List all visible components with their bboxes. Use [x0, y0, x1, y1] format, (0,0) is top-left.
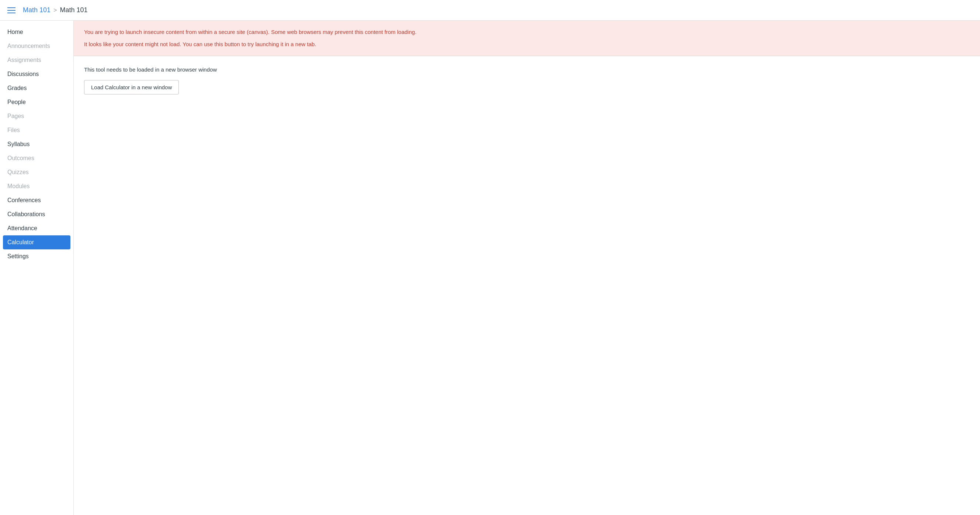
sidebar-item-outcomes: Outcomes: [0, 151, 73, 165]
sidebar-item-grades[interactable]: Grades: [0, 81, 73, 95]
alert-banner: You are trying to launch insecure conten…: [74, 21, 980, 56]
sidebar-item-calculator[interactable]: Calculator: [3, 235, 70, 249]
hamburger-menu[interactable]: [7, 7, 16, 13]
alert-line1: You are trying to launch insecure conten…: [84, 28, 970, 37]
sidebar: Home Announcements Assignments Discussio…: [0, 21, 74, 515]
sidebar-item-modules: Modules: [0, 179, 73, 193]
sidebar-item-syllabus[interactable]: Syllabus: [0, 137, 73, 151]
sidebar-item-collaborations[interactable]: Collaborations: [0, 207, 73, 222]
app-header: Math 101 > Math 101: [0, 0, 980, 21]
sidebar-item-announcements: Announcements: [0, 39, 73, 53]
sidebar-item-quizzes: Quizzes: [0, 165, 73, 179]
main-layout: Home Announcements Assignments Discussio…: [0, 21, 980, 515]
sidebar-item-people[interactable]: People: [0, 95, 73, 109]
content-area: This tool needs to be loaded in a new br…: [74, 56, 980, 105]
sidebar-item-files: Files: [0, 123, 73, 137]
load-calculator-button[interactable]: Load Calculator in a new window: [84, 80, 179, 94]
breadcrumb-course-link[interactable]: Math 101: [23, 6, 51, 14]
breadcrumb: Math 101 > Math 101: [23, 6, 88, 14]
main-content: You are trying to launch insecure conten…: [74, 21, 980, 515]
sidebar-item-discussions[interactable]: Discussions: [0, 67, 73, 81]
breadcrumb-current-page: Math 101: [60, 6, 88, 14]
sidebar-item-attendance[interactable]: Attendance: [0, 222, 73, 235]
sidebar-item-conferences[interactable]: Conferences: [0, 193, 73, 207]
tool-description: This tool needs to be loaded in a new br…: [84, 66, 970, 73]
sidebar-item-home[interactable]: Home: [0, 25, 73, 39]
sidebar-item-settings[interactable]: Settings: [0, 249, 73, 263]
sidebar-item-pages: Pages: [0, 109, 73, 123]
sidebar-item-assignments: Assignments: [0, 53, 73, 67]
breadcrumb-separator: >: [54, 7, 57, 14]
alert-line2: It looks like your content might not loa…: [84, 40, 970, 49]
